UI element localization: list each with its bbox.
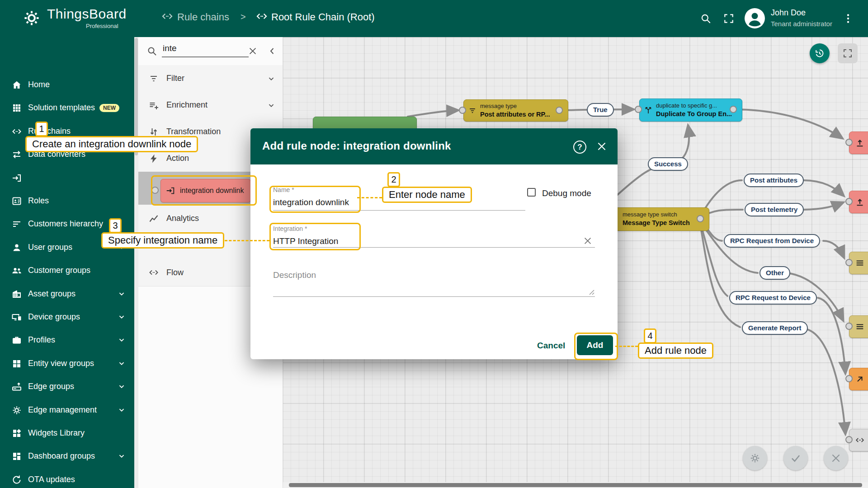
dashboard-icon	[11, 451, 22, 462]
description-textarea[interactable]: Description	[273, 270, 316, 280]
integration-field-label: Integration *	[273, 225, 307, 232]
action-icon	[148, 153, 159, 164]
sidebar-item-device-groups[interactable]: Device groups	[0, 305, 134, 328]
link-label-generate-report[interactable]: Generate Report	[742, 321, 808, 335]
chevron-down-icon	[266, 100, 276, 110]
palette-category-enrichment[interactable]: Enrichment	[138, 92, 283, 119]
connector-dot[interactable]	[730, 106, 737, 113]
add-rule-node-dialog: Add rule node: integration downlink ? Na…	[250, 128, 618, 359]
link-label-success[interactable]: Success	[648, 157, 688, 171]
category-label: Enrichment	[166, 100, 208, 110]
more-menu-icon[interactable]	[842, 13, 854, 24]
integration-field-underline	[273, 247, 595, 248]
canvas-hscrollbar-thumb[interactable]	[289, 483, 862, 487]
chevron-down-icon	[117, 381, 127, 391]
link-label-other[interactable]: Other	[760, 266, 790, 280]
link-label-rpc-request-from-device[interactable]: RPC Request from Device	[724, 234, 820, 248]
palette-node-integration-downlink[interactable]: integration downlink	[160, 179, 251, 202]
rule-chain-icon	[255, 10, 268, 23]
collapse-panel-icon[interactable]	[267, 46, 278, 56]
node-type-label: message type	[480, 103, 550, 110]
connector-dot[interactable]	[845, 259, 853, 266]
link-label-post-attributes[interactable]: Post attributes	[744, 174, 804, 187]
annotation-3-connector	[225, 240, 269, 241]
sidebar-item-dashboard-groups[interactable]: Dashboard groups	[0, 445, 134, 468]
sidebar-item-integrations[interactable]	[0, 166, 134, 189]
sidebar-item-ota-updates[interactable]: OTA updates	[0, 468, 134, 488]
sidebar-item-edge-groups[interactable]: Edge groups	[0, 375, 134, 398]
search-icon[interactable]	[700, 13, 712, 24]
thingsboard-logo-icon	[22, 8, 42, 28]
name-field-value[interactable]: integration downlink	[273, 197, 349, 207]
person-icon	[11, 242, 22, 253]
connector-dot[interactable]	[556, 107, 563, 114]
palette-search-input[interactable]	[162, 43, 249, 57]
history-icon	[814, 48, 825, 59]
help-button[interactable]: ?	[573, 141, 586, 154]
resize-handle-icon[interactable]	[589, 289, 595, 296]
rule-node-duplicate-to-group[interactable]: duplicate to specific g... Duplicate To …	[639, 99, 742, 122]
sidebar-scrollbar-track[interactable]	[134, 37, 138, 488]
connector-dot[interactable]	[845, 436, 853, 443]
debug-settings-fab[interactable]	[743, 446, 767, 470]
cancel-button[interactable]: Cancel	[533, 338, 570, 353]
add-button[interactable]: Add	[577, 335, 613, 355]
connector-dot[interactable]	[459, 107, 466, 114]
sidebar-item-edge-management[interactable]: Edge management	[0, 399, 134, 422]
integration-input-icon	[11, 173, 22, 183]
rule-node-message-type-switch[interactable]: message type switch Message Type Switch	[606, 207, 709, 231]
category-label: Action	[166, 154, 189, 163]
hierarchy-icon	[11, 219, 22, 230]
check-icon	[790, 452, 802, 464]
category-label: Flow	[166, 268, 184, 277]
integration-field-value[interactable]: HTTP Integration	[273, 236, 338, 246]
connector-dot[interactable]	[845, 139, 853, 146]
filter-icon	[468, 106, 477, 115]
clear-integration-icon[interactable]	[583, 236, 593, 246]
version-history-button[interactable]	[810, 43, 830, 63]
link-label-true[interactable]: True	[587, 103, 614, 117]
connector-dot[interactable]	[845, 375, 853, 382]
link-label-post-telemetry[interactable]: Post telemetry	[745, 203, 804, 216]
list-icon	[855, 322, 865, 332]
dialog-title: Add rule node: integration downlink	[262, 140, 451, 152]
chevron-down-icon	[117, 289, 127, 299]
connector-dot[interactable]	[635, 106, 642, 113]
connector-dot[interactable]	[697, 215, 704, 222]
integration-downlink-icon	[165, 186, 175, 196]
annotation-step-3-text: Specify integration name	[101, 232, 224, 249]
debug-mode-checkbox[interactable]	[527, 188, 536, 197]
sidebar-item-entity-view-groups[interactable]: Entity view groups	[0, 352, 134, 375]
connector-dot	[151, 187, 159, 194]
breadcrumb-rule-chains[interactable]: Rule chains	[177, 11, 229, 23]
connector-dot[interactable]	[845, 323, 853, 330]
canvas-fullscreen-button[interactable]	[838, 43, 858, 63]
palette-search-bar	[138, 37, 283, 65]
annotation-step-2-number: 2	[387, 172, 400, 187]
enrichment-icon	[148, 100, 159, 111]
user-avatar[interactable]	[744, 7, 766, 29]
palette-category-filter[interactable]: Filter	[138, 65, 283, 92]
sidebar-item-widgets-library[interactable]: Widgets Library	[0, 422, 134, 445]
sidebar-item-solution-templates[interactable]: Solution templatesNEW	[0, 96, 134, 119]
category-label: Filter	[166, 74, 184, 83]
clear-search-icon[interactable]	[248, 46, 258, 56]
annotation-4-connector	[615, 346, 638, 347]
apply-changes-fab[interactable]	[783, 446, 808, 470]
sidebar-item-home[interactable]: Home	[0, 73, 134, 96]
briefcase-icon	[11, 335, 22, 346]
link-label-rpc-request-to-device[interactable]: RPC Request to Device	[729, 291, 817, 305]
sidebar-item-asset-groups[interactable]: Asset groups	[0, 282, 134, 305]
sidebar-item-profiles[interactable]: Profiles	[0, 328, 134, 352]
connector-dot[interactable]	[845, 198, 853, 205]
category-label: Analytics	[166, 214, 199, 223]
search-icon	[146, 46, 157, 56]
discard-changes-fab[interactable]	[824, 446, 848, 470]
sidebar-item-customer-groups[interactable]: Customer groups	[0, 259, 134, 282]
sidebar-item-roles[interactable]: Roles	[0, 189, 134, 212]
fullscreen-icon[interactable]	[723, 13, 735, 24]
rule-node-message-type[interactable]: message type Post attributes or RP...	[463, 99, 568, 122]
close-icon[interactable]	[596, 141, 608, 152]
close-icon	[830, 452, 842, 464]
view-grid-icon	[11, 358, 22, 369]
